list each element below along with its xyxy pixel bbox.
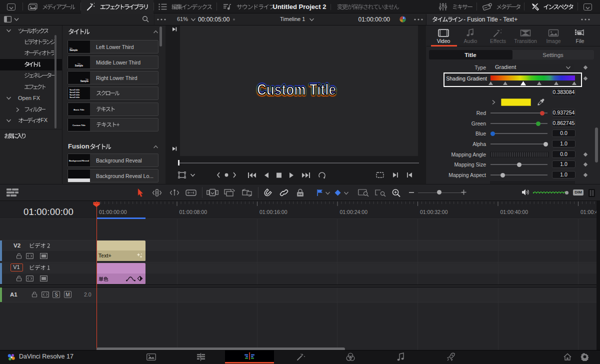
svg-text:Sample: Sample [70,49,78,52]
svg-text:Background Reveal: Background Reveal [69,160,89,162]
svg-text:Basic Title: Basic Title [74,108,84,111]
svg-text:Scroll title: Scroll title [70,96,80,98]
svg-text:Sample: Sample [75,64,84,67]
svg-text:Custom Title: Custom Title [72,124,86,126]
svg-text:Sample: Sample [80,80,89,82]
